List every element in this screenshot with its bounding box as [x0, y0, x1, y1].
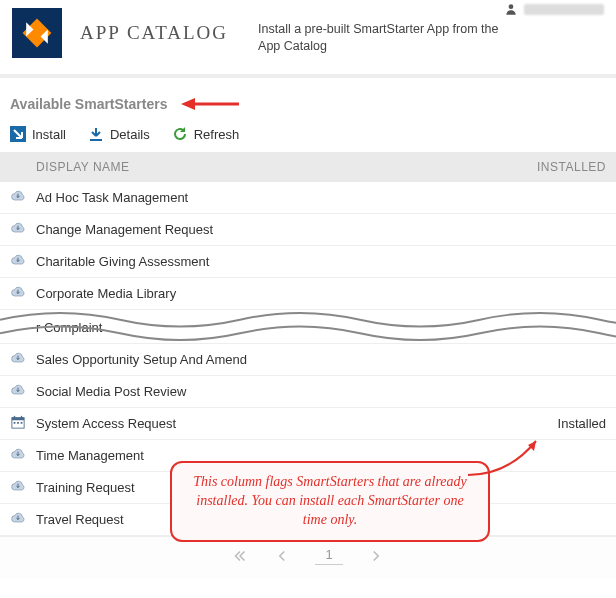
- svg-rect-10: [12, 418, 24, 421]
- cloud-download-icon: [10, 285, 36, 302]
- row-name: Sales Opportunity Setup And Amend: [36, 352, 516, 367]
- page-subtitle: Install a pre-built SmartStarter App fro…: [258, 21, 518, 55]
- user-menu[interactable]: [504, 2, 604, 16]
- install-button[interactable]: Install: [10, 126, 66, 142]
- table-row[interactable]: Sales Opportunity Setup And Amend: [0, 344, 616, 376]
- svg-rect-14: [17, 422, 19, 424]
- svg-point-3: [509, 4, 514, 9]
- table-row[interactable]: Social Media Post Review: [0, 376, 616, 408]
- toolbar: Install Details Refresh: [0, 122, 616, 152]
- svg-rect-13: [14, 422, 16, 424]
- table-row[interactable]: Ad Hoc Task Management: [0, 182, 616, 214]
- table-row[interactable]: Corporate Media Library: [0, 278, 616, 310]
- cloud-download-icon: [10, 479, 36, 496]
- cloud-download-icon: [10, 511, 36, 528]
- row-name: Charitable Giving Assessment: [36, 254, 516, 269]
- pager-page-number[interactable]: 1: [315, 547, 342, 565]
- cloud-download-icon: [10, 351, 36, 368]
- cloud-download-icon: [10, 383, 36, 400]
- row-name: Training Request: [36, 480, 516, 495]
- details-label: Details: [110, 127, 150, 142]
- table-row[interactable]: System Access RequestInstalled: [0, 408, 616, 440]
- col-header-name[interactable]: DISPLAY NAME: [36, 160, 516, 174]
- table-row[interactable]: Time Management: [0, 440, 616, 472]
- annotation-arrow-icon: [181, 96, 241, 112]
- details-icon: [88, 126, 104, 142]
- row-installed: Installed: [516, 416, 606, 431]
- calendar-icon: [10, 415, 36, 432]
- row-name: Social Media Post Review: [36, 384, 516, 399]
- header: APP CATALOG Install a pre-built SmartSta…: [0, 0, 616, 78]
- pager-next-button[interactable]: [367, 547, 385, 565]
- details-button[interactable]: Details: [88, 126, 150, 142]
- table: DISPLAY NAME INSTALLED Ad Hoc Task Manag…: [0, 152, 616, 536]
- row-name: Time Management: [36, 448, 516, 463]
- pager-prev-button[interactable]: [273, 547, 291, 565]
- section-title: Available SmartStarters: [10, 96, 167, 112]
- table-header: DISPLAY NAME INSTALLED: [0, 152, 616, 182]
- refresh-button[interactable]: Refresh: [172, 126, 240, 142]
- app-logo: [12, 8, 62, 58]
- page-title: APP CATALOG: [80, 22, 228, 44]
- user-name: [524, 4, 604, 15]
- cloud-download-icon: [10, 447, 36, 464]
- section-header: Available SmartStarters: [0, 78, 616, 122]
- row-name: Change Management Request: [36, 222, 516, 237]
- pager-first-button[interactable]: [231, 547, 249, 565]
- install-label: Install: [32, 127, 66, 142]
- install-icon: [10, 126, 26, 142]
- table-row[interactable]: Change Management Request: [0, 214, 616, 246]
- table-row[interactable]: Training Request: [0, 472, 616, 504]
- table-row[interactable]: Travel Request: [0, 504, 616, 536]
- cloud-download-icon: [10, 189, 36, 206]
- user-icon: [504, 2, 518, 16]
- content-break: r Complaint: [0, 310, 616, 344]
- row-name: Ad Hoc Task Management: [36, 190, 516, 205]
- row-name: Corporate Media Library: [36, 286, 516, 301]
- pager: 1: [0, 536, 616, 579]
- svg-rect-15: [21, 422, 23, 424]
- svg-marker-5: [181, 98, 195, 110]
- refresh-label: Refresh: [194, 127, 240, 142]
- col-header-installed[interactable]: INSTALLED: [516, 160, 606, 174]
- cloud-download-icon: [10, 221, 36, 238]
- cloud-download-icon: [10, 253, 36, 270]
- table-row[interactable]: Charitable Giving Assessment: [0, 246, 616, 278]
- row-name: System Access Request: [36, 416, 516, 431]
- row-name: Travel Request: [36, 512, 516, 527]
- refresh-icon: [172, 126, 188, 142]
